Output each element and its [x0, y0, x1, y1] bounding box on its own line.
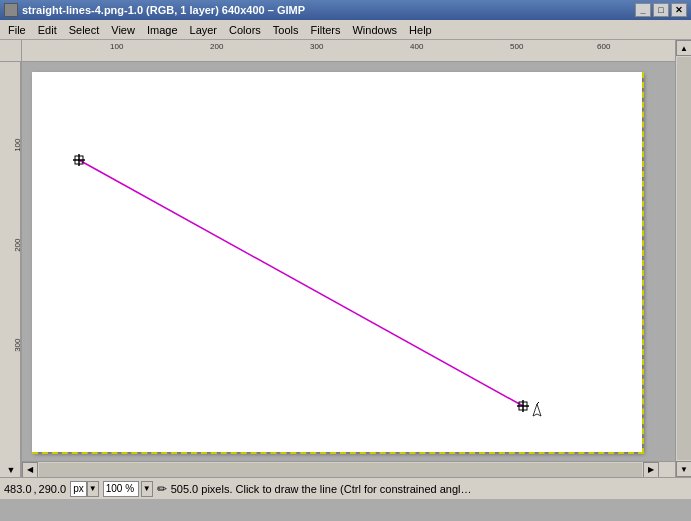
- left-strip: 100 200 300 ▼: [0, 40, 22, 477]
- scroll-left-button[interactable]: ◀: [22, 462, 38, 478]
- h-ruler-label-500: 500: [510, 42, 523, 51]
- scroll-right-button[interactable]: ▶: [643, 462, 659, 478]
- h-ruler-label-300: 300: [310, 42, 323, 51]
- hscroll-track[interactable]: [39, 463, 642, 477]
- coord-comma: ,: [34, 483, 37, 495]
- app-icon: [4, 3, 18, 17]
- canvas-scroll[interactable]: [22, 62, 675, 461]
- horizontal-ruler: 100 200 300 400 500 600: [22, 40, 675, 62]
- canvas-background: [32, 72, 642, 452]
- unit-selector[interactable]: px ▼: [70, 481, 99, 497]
- menu-view[interactable]: View: [105, 22, 141, 38]
- y-coordinate: 290.0: [39, 483, 67, 495]
- right-strip: ▲ ▼: [675, 40, 691, 477]
- unit-dropdown-arrow[interactable]: ▼: [87, 481, 99, 497]
- menu-layer[interactable]: Layer: [184, 22, 224, 38]
- window-controls: _ □ ✕: [635, 3, 687, 17]
- menu-select[interactable]: Select: [63, 22, 106, 38]
- menu-image[interactable]: Image: [141, 22, 184, 38]
- menu-windows[interactable]: Windows: [346, 22, 403, 38]
- pencil-icon: ✏: [157, 482, 167, 496]
- scroll-left-indicator: ▼: [0, 463, 21, 477]
- menu-colors[interactable]: Colors: [223, 22, 267, 38]
- menu-help[interactable]: Help: [403, 22, 438, 38]
- horizontal-scrollbar: ◀ ▶: [22, 461, 675, 477]
- menu-filters[interactable]: Filters: [305, 22, 347, 38]
- maximize-button[interactable]: □: [653, 3, 669, 17]
- menu-file[interactable]: File: [2, 22, 32, 38]
- scroll-corner: [659, 462, 675, 478]
- menu-edit[interactable]: Edit: [32, 22, 63, 38]
- h-ruler-label-400: 400: [410, 42, 423, 51]
- vscroll-track[interactable]: [677, 57, 691, 460]
- zoom-value: 100 %: [103, 481, 139, 497]
- h-ruler-label-100: 100: [110, 42, 123, 51]
- vertical-ruler: 100 200 300 ▼: [0, 62, 21, 477]
- scroll-down-button[interactable]: ▼: [676, 461, 691, 477]
- ruler-corner: [0, 40, 22, 62]
- v-ruler-label-100: 100: [13, 139, 22, 152]
- unit-value: px: [70, 481, 87, 497]
- v-ruler-label-300: 300: [13, 339, 22, 352]
- zoom-dropdown-arrow[interactable]: ▼: [141, 481, 153, 497]
- titlebar: straight-lines-4.png-1.0 (RGB, 1 layer) …: [0, 0, 691, 20]
- x-coordinate: 483.0: [4, 483, 32, 495]
- menubar: File Edit Select View Image Layer Colors…: [0, 20, 691, 40]
- status-message: 505.0 pixels. Click to draw the line (Ct…: [171, 483, 687, 495]
- scroll-up-button[interactable]: ▲: [676, 40, 691, 56]
- minimize-button[interactable]: _: [635, 3, 651, 17]
- h-ruler-label-600: 600: [597, 42, 610, 51]
- window-title: straight-lines-4.png-1.0 (RGB, 1 layer) …: [22, 4, 635, 16]
- main-area: 100 200 300 ▼ 100 200 300 400 500 600: [0, 40, 691, 477]
- h-ruler-label-200: 200: [210, 42, 223, 51]
- v-ruler-label-200: 200: [13, 239, 22, 252]
- coordinate-display: 483.0 , 290.0: [4, 483, 66, 495]
- menu-tools[interactable]: Tools: [267, 22, 305, 38]
- canvas-area: 100 200 300 400 500 600: [22, 40, 675, 477]
- zoom-selector[interactable]: 100 % ▼: [103, 481, 153, 497]
- close-button[interactable]: ✕: [671, 3, 687, 17]
- statusbar: 483.0 , 290.0 px ▼ 100 % ▼ ✏ 505.0 pixel…: [0, 477, 691, 499]
